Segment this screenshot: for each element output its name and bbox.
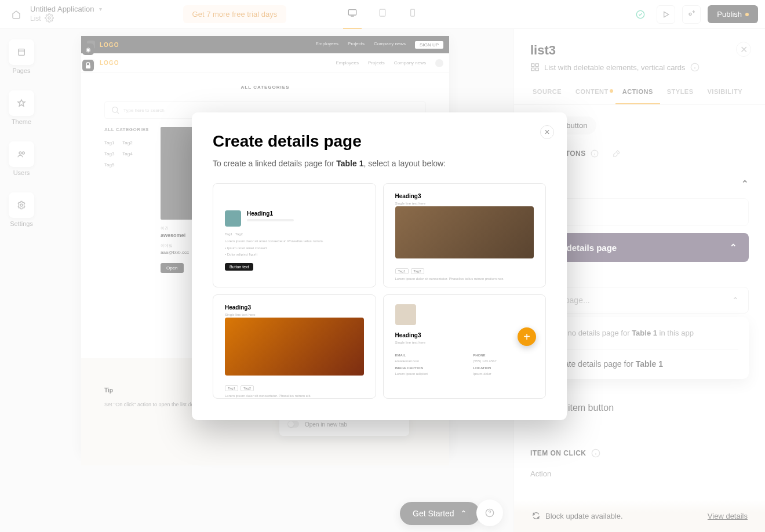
- layout-image: [395, 206, 534, 258]
- layout-heading: Heading3: [395, 193, 534, 199]
- layout-heading: Heading3: [225, 304, 364, 311]
- layout-option-2[interactable]: Heading3 Single line text here Tag1Tag2 …: [383, 183, 547, 287]
- layout-button: Button text: [225, 263, 253, 271]
- layout-heading: Heading1: [247, 210, 364, 217]
- modal-title: Create details page: [213, 132, 546, 151]
- create-details-modal: ✕ Create details page To create a linked…: [192, 112, 567, 420]
- layout-avatar: [225, 210, 241, 227]
- close-icon[interactable]: ✕: [540, 125, 554, 139]
- modal-subtitle: To create a linked details page for Tabl…: [213, 159, 546, 168]
- add-layout-icon: +: [518, 327, 536, 346]
- layout-image: [225, 318, 364, 376]
- layout-option-3[interactable]: Heading3 Single line text here Tag1Tag2 …: [213, 294, 376, 399]
- layout-heading: Heading3: [395, 332, 534, 338]
- layout-avatar: [395, 304, 416, 325]
- layout-option-1[interactable]: Heading1 Tag1 Tag2 Lorem ipsum dolor sit…: [213, 183, 376, 287]
- layout-option-4[interactable]: + Heading3 Single line text here EMAILem…: [383, 294, 547, 399]
